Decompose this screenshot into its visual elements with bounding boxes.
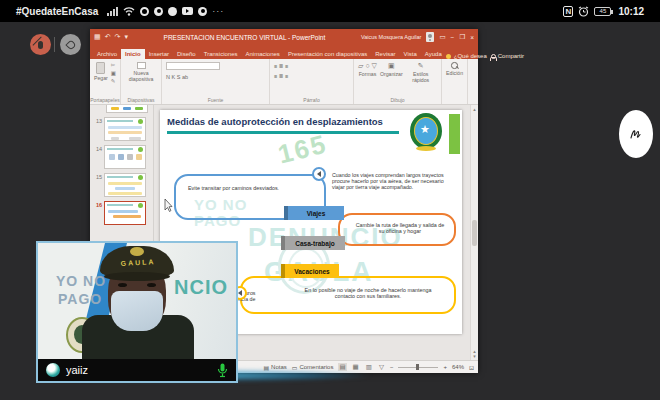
edit-find-button[interactable]: Edición [446,62,463,76]
notes-button[interactable]: ▤ Notas [263,364,286,371]
comments-button[interactable]: ▭ Comentarios [292,364,334,371]
tab-revisar[interactable]: Revisar [371,49,399,60]
slide-thumbnail[interactable] [104,145,146,169]
slide-thumbnail[interactable] [104,117,146,141]
group-label: Diapositivas [121,97,161,103]
banner-pago-text: PAGO [58,291,102,307]
cap-badge-icon [130,247,144,256]
close-button[interactable]: × [470,34,474,41]
thumbnail-row-16[interactable]: 16 [92,201,151,225]
webcam-video: YO NO PAGO NCIO LA GAULA [38,243,236,359]
vacaciones-label[interactable]: Vacaciones [281,264,339,278]
data-saver-icon [140,7,149,16]
hashtag-text: #QuedateEnCasa [16,6,98,17]
tools-button[interactable] [60,34,81,55]
ribbon-tab-bar: Archivo Inicio Insertar Diseño Transicio… [90,45,478,59]
styles-icon: ✎ [418,62,424,70]
divider [54,37,55,52]
android-status-bar: #QuedateEnCasa ··· N 45 10:12 [0,0,660,22]
shapes-button[interactable]: ▱ ○ ▽ Formas [358,62,377,77]
font-format-buttons[interactable]: N K S ab [166,74,188,80]
thumbnail-row-14[interactable]: 14 [92,145,151,169]
quick-access-toolbar[interactable]: ▦ ↶ ↷ ▾ [94,33,128,41]
thumbnail-row-13[interactable]: 13 [92,117,151,141]
group-parrafo: ≡ ≣ ≡ ≡ ≣ ≡ Párrafo [270,59,354,104]
cap-brim [104,272,170,281]
undo-icon[interactable]: ↶ [105,33,111,41]
comments-icon: ▭ [292,364,298,371]
tab-insertar[interactable]: Insertar [145,49,173,60]
ribbon-content: Pegar ✂ ▣ ✎ Portapapeles Nueva diapositi… [90,59,478,105]
vertical-scrollbar[interactable]: ▴ ▴▾ [470,105,478,360]
person-eyes [118,283,156,289]
align-buttons[interactable]: ≡ ≣ ≡ [274,73,288,79]
list-buttons[interactable]: ≡ ≣ ≡ [274,63,288,69]
window-title: PRESENTACION ENCUENTRO VIRTUAL - PowerPo… [128,34,361,41]
ribbon-display-icon[interactable]: ▭ [439,33,445,41]
format-painter-icon[interactable]: ✎ [111,78,116,84]
arrange-button[interactable]: ▣ Organizar [380,62,403,77]
share-person-icon [490,54,495,59]
casa-trabajo-label[interactable]: Casa-trabajo [281,236,345,250]
slide-thumbnail-partial[interactable] [106,105,148,113]
mic-off-icon [38,41,43,49]
scrollbar-thumb[interactable] [472,220,477,246]
viajes-label[interactable]: Viajes [284,206,344,220]
tab-animaciones[interactable]: Animaciones [242,49,284,60]
more-notifications-icon: ··· [212,6,224,16]
slide-thumbnail[interactable] [104,173,146,197]
view-reading-button[interactable]: ▥ [365,363,373,371]
mic-on-icon[interactable] [217,363,228,378]
participant-name: yaiiz [66,364,88,376]
tell-me-bulb-icon [446,54,451,59]
account-avatar[interactable] [426,32,434,42]
ppt-title-bar: ▦ ↶ ↷ ▾ PRESENTACION ENCUENTRO VIRTUAL -… [90,29,478,45]
notes-icon: ▤ [263,364,269,371]
view-normal-button[interactable]: ▤ [338,363,346,371]
slide-title[interactable]: Medidas de autoprotección en desplazamie… [167,116,383,127]
annotation-button[interactable] [619,110,653,158]
thumbnail-row-15[interactable]: 15 [92,173,151,197]
zoom-out-button[interactable]: − [390,364,394,370]
mute-button[interactable] [30,34,51,55]
webcam-tile[interactable]: YO NO PAGO NCIO LA GAULA yaiiz [36,241,238,383]
zoom-level[interactable]: 64% [452,364,464,370]
fit-slide-button[interactable]: ⊡ [469,364,474,371]
new-slide-button[interactable]: Nueva diapositiva [125,62,157,82]
copy-icon[interactable]: ▣ [111,70,116,76]
view-slideshow-button[interactable]: ▽ [378,363,385,371]
mouse-cursor [164,199,173,212]
tab-inicio[interactable]: Inicio [121,49,145,60]
tab-presentacion[interactable]: Presentación con diapositivas [284,49,371,60]
save-icon[interactable]: ▦ [94,33,101,41]
tab-ayuda[interactable]: Ayuda [421,49,446,60]
zoom-slider[interactable] [398,367,438,368]
scroll-up-icon[interactable]: ▴ [471,106,478,112]
slide-thumbnail-selected[interactable] [104,201,146,225]
zoom-in-button[interactable]: + [443,364,447,370]
share-button[interactable]: Compartir [498,53,524,59]
quick-styles-button[interactable]: ✎ Estilos rápidos [406,62,436,83]
search-icon [451,62,458,69]
tab-vista[interactable]: Vista [400,49,421,60]
police-badge-logo: ★ [408,111,444,153]
group-label: Portapapeles [90,97,120,103]
tab-transiciones[interactable]: Transiciones [200,49,242,60]
view-sorter-button[interactable]: ▦ [352,363,360,371]
group-fuente: N K S ab Fuente [162,59,270,104]
account-name[interactable]: Vaicus Mosquera Aguilar [361,34,421,40]
phone-screen: #QuedateEnCasa ··· N 45 10:12 ▦ ↶ ↷ ▾ [0,0,660,400]
paste-button[interactable]: Pegar [94,62,108,81]
watermark-165: 165 [275,128,330,170]
cut-icon[interactable]: ✂ [111,62,116,68]
group-diapositivas: Nueva diapositiva Diapositivas [121,59,162,104]
scroll-down-icon[interactable]: ▴▾ [471,349,478,359]
tab-archivo[interactable]: Archivo [93,49,121,60]
restore-button[interactable]: ❐ [459,33,465,41]
tab-diseno[interactable]: Diseño [173,49,200,60]
minimize-button[interactable]: − [451,34,455,41]
participant-name-bar: yaiiz [38,359,236,381]
font-name-combobox[interactable] [166,62,220,70]
casa-trabajo-shape[interactable]: Cambie la ruta de llegada y salida de su… [338,213,456,246]
redo-icon[interactable]: ↷ [115,33,121,41]
